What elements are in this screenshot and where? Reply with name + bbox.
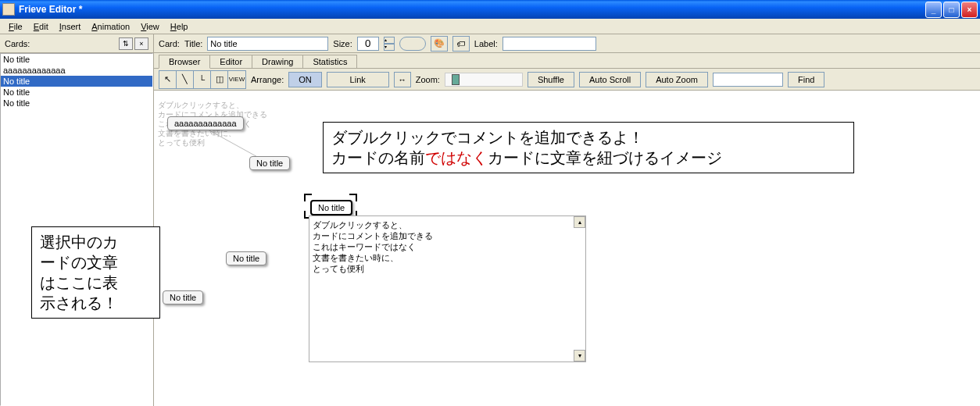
card-list-item[interactable]: No title [1, 98, 152, 109]
card-list-item[interactable]: No title [1, 54, 152, 65]
menu-animation[interactable]: Animation [86, 20, 135, 33]
card-list-item[interactable]: No title [1, 87, 152, 98]
tabs: BrowserEditorDrawingStatistics [154, 53, 980, 69]
annotation-top: ダブルクリックでコメントを追加できるよ！カードの名前ではなくカードに文章を紐づけ… [323, 122, 854, 173]
minimize-button[interactable]: _ [925, 2, 942, 18]
card-list-item[interactable]: No title [1, 76, 152, 87]
menu-insert[interactable]: Insert [54, 20, 87, 33]
tag-button[interactable]: 🏷 [452, 36, 470, 52]
title-input[interactable] [207, 37, 328, 51]
tool-button-1[interactable]: ╲ [177, 71, 194, 88]
scroll-down-icon[interactable]: ▾ [574, 350, 585, 361]
node-card[interactable]: aaaaaaaaaaaaa [167, 116, 244, 130]
browser-toolbar: ↖╲└◫VIEW Arrange: ON Link ↔ Zoom: Shuffl… [154, 69, 980, 91]
tool-button-4[interactable]: VIEW [228, 71, 245, 88]
maximize-button[interactable]: □ [943, 2, 960, 18]
swap-button[interactable]: ↔ [394, 72, 411, 87]
title-bar: Frieve Editor * _ □ × [0, 0, 980, 19]
zoom-thumb[interactable] [452, 74, 460, 85]
card-toolbar: Card: Title: Size: ▴ ▾ 🎨 🏷 Label: [154, 34, 980, 53]
size-down-button[interactable]: ▾ [384, 44, 395, 51]
scroll-up-icon[interactable]: ▴ [574, 216, 585, 228]
find-button[interactable]: Find [788, 72, 824, 87]
node-card[interactable]: No title [310, 200, 352, 215]
tab-statistics[interactable]: Statistics [302, 55, 357, 69]
menu-edit[interactable]: Edit [28, 20, 54, 33]
shape-button[interactable] [399, 37, 426, 51]
tab-editor[interactable]: Editor [209, 55, 252, 69]
app-icon [2, 3, 15, 16]
tab-drawing[interactable]: Drawing [252, 55, 303, 69]
title-label: Title: [184, 39, 202, 48]
annotation-left: 選択中のカードの文章はここに表示される！ [31, 226, 160, 319]
node-card[interactable]: No title [163, 290, 203, 304]
arrange-label: Arrange: [251, 75, 284, 84]
tool-button-2[interactable]: └ [194, 71, 211, 88]
size-label: Size: [333, 39, 352, 48]
close-button[interactable]: × [961, 2, 978, 18]
zoom-slider[interactable] [445, 73, 523, 87]
comment-panel[interactable]: ダブルクリックすると、カードにコメントを追加できるこれはキーワードではなく文書を… [309, 215, 586, 362]
card-label: Card: [159, 39, 180, 48]
label-input[interactable] [503, 37, 596, 51]
size-input[interactable] [357, 37, 379, 51]
size-up-button[interactable]: ▴ [384, 37, 395, 44]
card-list-item[interactable]: aaaaaaaaaaaaa [1, 65, 152, 76]
menu-view[interactable]: View [135, 20, 165, 33]
sidebar: Cards: ⇅ × No titleaaaaaaaaaaaaaNo title… [0, 34, 154, 406]
shuffle-button[interactable]: Shuffle [528, 72, 574, 87]
sidebar-header: Cards: [5, 39, 117, 48]
sidebar-close-button[interactable]: × [134, 37, 148, 50]
tab-browser[interactable]: Browser [159, 55, 210, 69]
menu-help[interactable]: Help [165, 20, 194, 33]
link-button[interactable]: Link [327, 72, 389, 87]
color-picker-button[interactable]: 🎨 [431, 36, 448, 52]
annotation-top-red: ではなく [425, 149, 488, 166]
tool-button-3[interactable]: ◫ [211, 71, 228, 88]
find-input[interactable] [713, 73, 783, 87]
menu-file[interactable]: File [3, 20, 28, 33]
annotation-top-text2: カードに文章を紐づけるイメージ [488, 149, 722, 166]
tool-button-0[interactable]: ↖ [159, 71, 177, 88]
selection-bracket [349, 194, 357, 201]
window-title: Frieve Editor * [19, 4, 925, 15]
selection-bracket [304, 194, 312, 201]
auto-zoom-button[interactable]: Auto Zoom [646, 72, 708, 87]
sidebar-sort-button[interactable]: ⇅ [119, 37, 133, 50]
label-label: Label: [474, 39, 498, 48]
arrange-on-button[interactable]: ON [288, 72, 322, 87]
zoom-label: Zoom: [416, 75, 440, 84]
menu-bar: File Edit Insert Animation View Help [0, 19, 980, 34]
auto-scroll-button[interactable]: Auto Scroll [579, 72, 641, 87]
node-card[interactable]: No title [249, 156, 290, 170]
node-card[interactable]: No title [226, 251, 266, 265]
